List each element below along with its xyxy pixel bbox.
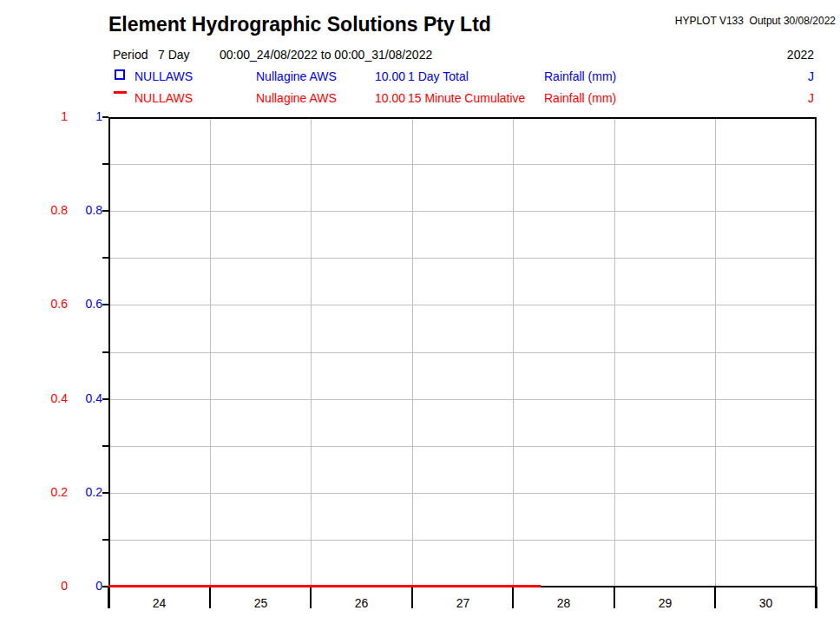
hyplot-page: Element Hydrographic Solutions Pty Ltd H…	[0, 0, 840, 630]
grid-line-vertical	[614, 117, 615, 587]
grid-line-horizontal	[108, 258, 817, 259]
grid-line-vertical	[311, 117, 312, 587]
period-row: Period 7 Day 00:00_24/08/2022 to 00:00_3…	[0, 48, 840, 62]
y-axis-label: 0	[33, 579, 68, 593]
grid-line-horizontal	[108, 164, 817, 165]
legend-quality-flag: J	[808, 91, 814, 105]
series-symbol-square-icon	[114, 69, 128, 83]
grid-line-horizontal	[108, 305, 817, 305]
legend-row: NULLAWS Nullagine AWS 10.00 1 Day Total …	[0, 69, 840, 84]
y-axis-label: 0.2	[68, 485, 102, 499]
grid-line-horizontal	[108, 493, 817, 494]
y-axis-tick	[102, 304, 108, 305]
y-axis-label: 0.2	[33, 485, 68, 499]
page-title: Element Hydrographic Solutions Pty Ltd	[108, 13, 491, 36]
x-day-label: 28	[513, 596, 614, 610]
grid-line-vertical	[715, 117, 716, 587]
legend-description: 15 Minute Cumulative	[408, 91, 525, 105]
y-axis-label: 0.8	[33, 203, 68, 217]
series-symbol-dash-icon	[114, 91, 128, 105]
grid-line-vertical	[210, 117, 211, 587]
legend-quality-flag: J	[808, 69, 814, 83]
grid-line-horizontal	[108, 352, 817, 353]
period-label: Period	[113, 48, 148, 62]
y-axis-label: 0.8	[68, 203, 102, 217]
legend-variable: Rainfall (mm)	[544, 91, 616, 105]
legend-station-name: Nullagine AWS	[256, 91, 337, 105]
grid-line-horizontal	[108, 399, 817, 400]
plot-area: 00.20.40.60.8100.20.40.60.81242526272829…	[108, 117, 817, 587]
x-day-label: 24	[108, 596, 210, 610]
y-axis-tick	[102, 398, 108, 400]
x-day-label: 26	[311, 596, 412, 610]
y-axis-tick	[102, 163, 108, 165]
legend-station-id: NULLAWS	[135, 91, 193, 105]
legend-value: 10.00	[375, 69, 405, 83]
legend-value: 10.00	[375, 91, 405, 105]
x-day-label: 27	[412, 596, 514, 610]
period-range: 00:00_24/08/2022 to 00:00_31/08/2022	[220, 48, 432, 62]
grid-line-horizontal	[108, 211, 817, 212]
y-axis-tick	[102, 351, 108, 353]
y-axis-label: 0.6	[33, 297, 68, 311]
grid-line-horizontal	[108, 540, 817, 541]
grid-line-horizontal	[108, 446, 817, 447]
hyplot-version-output: HYPLOT V133 Output 30/08/2022	[675, 15, 836, 27]
period-year: 2022	[787, 48, 814, 62]
y-axis-tick	[102, 445, 108, 447]
y-axis-label: 0	[68, 579, 102, 593]
y-axis-label: 0.4	[33, 391, 68, 405]
y-axis-tick	[102, 210, 108, 212]
period-value: 7 Day	[158, 48, 190, 62]
y-axis-tick	[102, 492, 108, 494]
legend-station-id: NULLAWS	[135, 69, 193, 83]
y-axis-label: 0.4	[68, 391, 102, 405]
y-axis-tick	[102, 539, 108, 541]
grid-line-vertical	[513, 117, 514, 587]
plot-frame-right	[815, 117, 817, 608]
plot-frame-left	[108, 117, 110, 608]
x-day-label: 29	[614, 596, 716, 610]
plot-frame-top	[108, 117, 817, 119]
x-day-label: 25	[210, 596, 312, 610]
legend-variable: Rainfall (mm)	[544, 69, 616, 83]
y-axis-label: 1	[33, 109, 68, 123]
y-axis-tick	[102, 116, 108, 118]
y-axis-label: 1	[68, 109, 102, 123]
y-axis-tick	[102, 257, 108, 259]
y-axis-label: 0.6	[68, 297, 102, 311]
x-day-label: 30	[715, 596, 817, 610]
legend-row: NULLAWS Nullagine AWS 10.00 15 Minute Cu…	[0, 91, 840, 106]
series-line	[108, 585, 541, 587]
grid-line-vertical	[412, 117, 413, 587]
legend-station-name: Nullagine AWS	[256, 69, 337, 83]
legend-description: 1 Day Total	[408, 69, 469, 83]
